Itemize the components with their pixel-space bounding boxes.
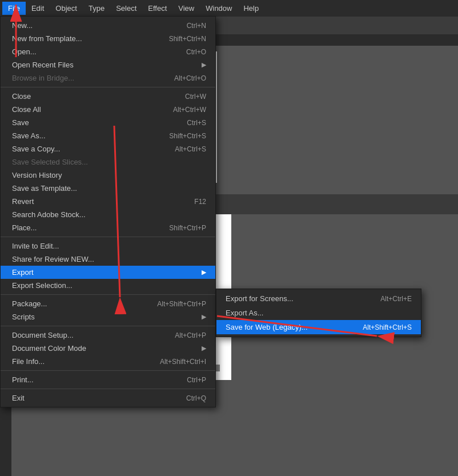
submenu-item-export-as[interactable]: Export As... bbox=[216, 306, 421, 320]
menu-item-print[interactable]: Print... Ctrl+P bbox=[1, 373, 215, 386]
submenu-item-export-screens[interactable]: Export for Screens... Alt+Ctrl+E bbox=[216, 291, 421, 306]
separator-3 bbox=[1, 294, 215, 295]
menu-item-save-copy[interactable]: Save a Copy... Alt+Ctrl+S bbox=[1, 142, 215, 155]
menu-item-open-recent[interactable]: Open Recent Files ▶ bbox=[1, 58, 215, 71]
submenu-item-save-web[interactable]: Save for Web (Legacy)... Alt+Shift+Ctrl+… bbox=[216, 320, 421, 334]
menu-item-browse-bridge[interactable]: Browse in Bridge... Alt+Ctrl+O bbox=[1, 71, 215, 85]
menu-item-close-all[interactable]: Close All Alt+Ctrl+W bbox=[1, 103, 215, 116]
menu-item-file-info[interactable]: File Info... Alt+Shift+Ctrl+I bbox=[1, 355, 215, 368]
separator-2 bbox=[1, 237, 215, 237]
menu-item-revert[interactable]: Revert F12 bbox=[1, 195, 215, 208]
menu-item-adobe-stock[interactable]: Search Adobe Stock... bbox=[1, 208, 215, 221]
menu-window[interactable]: Window bbox=[200, 2, 238, 15]
menu-item-place[interactable]: Place... Shift+Ctrl+P bbox=[1, 221, 215, 234]
menu-object[interactable]: Object bbox=[50, 2, 83, 15]
menu-select[interactable]: Select bbox=[110, 2, 142, 15]
separator-4 bbox=[1, 326, 215, 326]
menu-help[interactable]: Help bbox=[238, 2, 264, 15]
menu-item-doc-setup[interactable]: Document Setup... Alt+Ctrl+P bbox=[1, 329, 215, 342]
menu-edit[interactable]: Edit bbox=[26, 2, 50, 15]
menu-item-new[interactable]: New... Ctrl+N bbox=[1, 19, 215, 32]
menu-item-invite-edit[interactable]: Invite to Edit... bbox=[1, 239, 215, 253]
menu-effect[interactable]: Effect bbox=[142, 2, 172, 15]
file-dropdown-menu: New... Ctrl+N New from Template... Shift… bbox=[0, 16, 216, 407]
menu-item-save-slices[interactable]: Save Selected Slices... bbox=[1, 155, 215, 169]
menubar: File Edit Object Type Select Effect View… bbox=[0, 0, 458, 16]
menu-item-scripts[interactable]: Scripts ▶ bbox=[1, 310, 215, 323]
menu-item-export[interactable]: Export ▶ bbox=[1, 266, 215, 279]
export-submenu: Export for Screens... Alt+Ctrl+E Export … bbox=[216, 289, 421, 337]
menu-view[interactable]: View bbox=[172, 2, 200, 15]
menu-item-share-review[interactable]: Share for Review NEW... bbox=[1, 253, 215, 266]
menu-item-close[interactable]: Close Ctrl+W bbox=[1, 90, 215, 103]
menu-item-save-template[interactable]: Save as Template... bbox=[1, 182, 215, 195]
menu-item-save[interactable]: Save Ctrl+S bbox=[1, 116, 215, 129]
separator-5 bbox=[1, 370, 215, 371]
menu-type[interactable]: Type bbox=[83, 2, 110, 15]
menu-item-open[interactable]: Open... Ctrl+O bbox=[1, 45, 215, 58]
separator-6 bbox=[1, 389, 215, 389]
menu-item-doc-color-mode[interactable]: Document Color Mode ▶ bbox=[1, 342, 215, 355]
menu-item-package[interactable]: Package... Alt+Shift+Ctrl+P bbox=[1, 297, 215, 310]
menu-item-exit[interactable]: Exit Ctrl+Q bbox=[1, 391, 215, 405]
separator-1 bbox=[1, 87, 215, 87]
menu-item-save-as[interactable]: Save As... Shift+Ctrl+S bbox=[1, 129, 215, 142]
menu-file[interactable]: File bbox=[2, 2, 26, 15]
menu-item-version-history[interactable]: Version History bbox=[1, 169, 215, 182]
menu-item-new-template[interactable]: New from Template... Shift+Ctrl+N bbox=[1, 32, 215, 45]
menu-item-export-selection[interactable]: Export Selection... bbox=[1, 279, 215, 292]
